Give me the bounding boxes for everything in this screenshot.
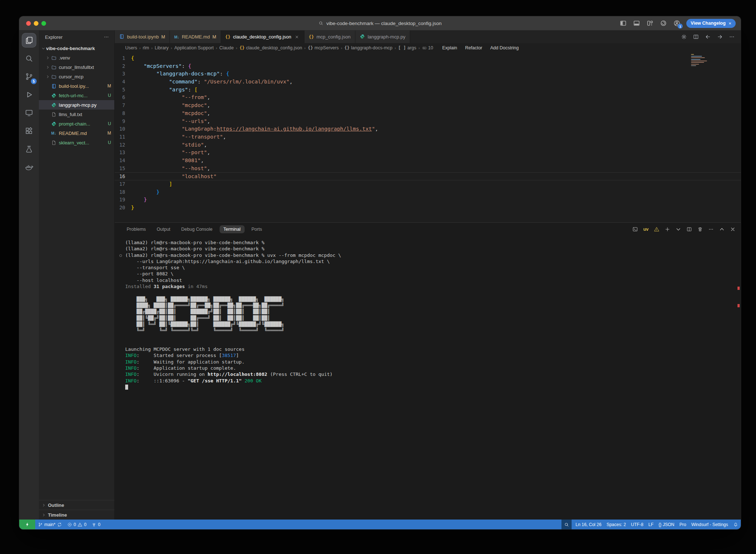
close-window-button[interactable]	[26, 21, 31, 26]
terminal-process-label[interactable]: uv	[643, 227, 649, 232]
notifications-bell-button[interactable]	[731, 520, 741, 529]
panel-header: ProblemsOutputDebug ConsoleTerminalPorts…	[115, 223, 741, 236]
statusbar-utf-8[interactable]: UTF-8	[629, 520, 646, 529]
account-button[interactable]: 1	[673, 19, 681, 27]
minimize-window-button[interactable]	[34, 21, 38, 26]
tree-item-cursor-llmsfulltxt[interactable]: cursor_llmsfulltxt	[39, 62, 114, 72]
breadcrumb-item-application-support[interactable]: Application Support	[174, 45, 213, 50]
breadcrumb-item-langgraph-docs-mcp[interactable]: {}langgraph-docs-mcp	[344, 45, 392, 50]
terminal[interactable]: (llama2) rlm@rs-macbook-pro vibe-code-be…	[115, 236, 741, 520]
statusbar-problems[interactable]: 00	[65, 520, 89, 529]
line-number: 1	[115, 54, 131, 62]
code-action-refactor[interactable]: Refactor	[465, 45, 482, 50]
tree-item-vibe-code-benchmark[interactable]: vibe-code-benchmark	[39, 44, 114, 53]
tree-item-label: cursor_mcp	[59, 74, 111, 79]
file-icon	[51, 140, 57, 145]
sidebar-section-timeline[interactable]: Timeline	[39, 510, 114, 520]
layout-grid-button[interactable]	[646, 19, 654, 27]
ellipsis-button[interactable]	[729, 34, 735, 40]
activity-source-control[interactable]: 5	[22, 70, 36, 83]
sidebar-section-label: Timeline	[48, 512, 67, 518]
breadcrumb-item-claude-desktop-config-json[interactable]: {}claude_desktop_config.json	[240, 45, 302, 50]
remote-indicator[interactable]	[19, 520, 35, 529]
trash-button[interactable]	[697, 226, 703, 232]
split-button[interactable]	[686, 226, 692, 232]
statusbar-text: {} JSON	[659, 522, 674, 527]
tree-item-langgraph-mcp-py[interactable]: langgraph-mcp.py	[39, 100, 114, 110]
activity-docker[interactable]	[22, 160, 36, 174]
tab-langgraph-mcp-py[interactable]: langgraph-mcp.py	[355, 30, 410, 43]
code-editor[interactable]: 1{2"mcpServers": {3"langgraph-docs-mcp":…	[115, 53, 741, 222]
close-button[interactable]	[730, 226, 736, 232]
notebook-icon	[119, 34, 124, 39]
panel-tab-terminal[interactable]: Terminal	[220, 225, 245, 233]
tab-mcp-config-json[interactable]: {}mcp_config.json	[305, 30, 355, 43]
activity-run-debug[interactable]	[22, 88, 36, 102]
statusbar-ports[interactable]: 0	[89, 520, 103, 529]
statusbar-branch[interactable]: main*	[35, 520, 65, 529]
record-button[interactable]	[659, 19, 667, 27]
arrow-right-button[interactable]	[717, 34, 723, 40]
statusbar-zoom-button[interactable]	[561, 520, 572, 529]
arrow-left-button[interactable]	[705, 34, 711, 40]
tree-item-sklearn-vect[interactable]: sklearn_vect...U	[39, 138, 114, 147]
tree-item-build-tool-ipy[interactable]: build-tool.ipy...M	[39, 81, 114, 91]
breadcrumb-separator: ›	[170, 46, 173, 50]
tree-item-llms-full-txt[interactable]: llms_full.txt	[39, 110, 114, 119]
tree-item-venv[interactable]: .venv	[39, 53, 114, 62]
split-button[interactable]	[693, 34, 699, 40]
window-title-search[interactable]: vibe-code-benchmark — claude_desktop_con…	[318, 21, 441, 26]
breadcrumb-item-10[interactable]: 10	[422, 45, 433, 50]
terminal-icon[interactable]	[632, 226, 638, 232]
statusbar-lf[interactable]: LF	[646, 520, 656, 529]
gear-button[interactable]	[681, 34, 687, 40]
chevron-down-button[interactable]	[675, 226, 681, 232]
breadcrumb-item-args[interactable]: [ ]args	[398, 45, 416, 50]
record-icon	[660, 20, 667, 27]
code-action-explain[interactable]: Explain	[442, 45, 457, 50]
tree-item-cursor-mcp[interactable]: cursor_mcp	[39, 72, 114, 81]
tree-item-fetch-url-mc[interactable]: fetch-url-mc...U	[39, 91, 114, 100]
breadcrumb-item-users[interactable]: Users	[125, 45, 137, 50]
breadcrumb-item-library[interactable]: Library	[155, 45, 168, 50]
panel-tab-ports[interactable]: Ports	[248, 225, 266, 233]
warning-icon[interactable]	[654, 226, 659, 232]
sidebar-section-outline[interactable]: Outline	[39, 500, 114, 510]
changelog-close-icon[interactable]: ×	[728, 21, 731, 26]
activity-remote[interactable]	[22, 106, 36, 120]
tree-item-prompt-chain[interactable]: prompt-chain...U	[39, 119, 114, 128]
view-changelog-button[interactable]: View Changelog ×	[686, 19, 736, 28]
maximize-window-button[interactable]	[41, 21, 46, 26]
chevron-up-button[interactable]	[719, 226, 725, 232]
breadcrumb-item-mcpservers[interactable]: {}mcpServers	[308, 45, 339, 50]
activity-search[interactable]	[22, 52, 36, 65]
statusbar-json[interactable]: {} JSON	[656, 520, 677, 529]
statusbar-pro[interactable]: Pro	[677, 520, 689, 529]
breadcrumb-item-claude[interactable]: Claude	[219, 45, 234, 50]
breadcrumb-item-rlm[interactable]: rlm	[143, 45, 149, 50]
tab-build-tool-ipynb[interactable]: build-tool.ipynbM	[115, 30, 170, 43]
layout-panel-button[interactable]	[633, 19, 641, 27]
statusbar-spaces-2[interactable]: Spaces: 2	[604, 520, 628, 529]
explorer-icon	[25, 36, 33, 45]
activity-testing[interactable]	[22, 142, 36, 156]
code-line-2: 2"mcpServers": {	[115, 62, 741, 70]
statusbar-ln-16-col-26[interactable]: Ln 16, Col 26	[573, 520, 604, 529]
tab-close-icon[interactable]	[294, 34, 300, 40]
tab-claude-desktop-config-json[interactable]: {}claude_desktop_config.json	[221, 30, 305, 43]
tree-item-readme-md[interactable]: M↓README.mdM	[39, 128, 114, 138]
tab-git-badge: M	[212, 34, 216, 40]
activity-explorer[interactable]	[22, 33, 36, 47]
ellipsis-button[interactable]	[708, 226, 714, 232]
statusbar-windsurf-settings[interactable]: Windsurf - Settings	[689, 520, 731, 529]
plus-button[interactable]	[665, 226, 670, 232]
minimap[interactable]	[691, 53, 712, 71]
panel-tab-problems[interactable]: Problems	[123, 225, 150, 233]
activity-extensions[interactable]	[22, 124, 36, 138]
layout-sidebar-button[interactable]	[619, 19, 627, 27]
tab-readme-md[interactable]: M↓README.mdM	[170, 30, 221, 43]
panel-tab-debug-console[interactable]: Debug Console	[177, 225, 216, 233]
code-action-add-docstring[interactable]: Add Docstring	[490, 45, 519, 50]
explorer-more-actions-icon[interactable]	[103, 34, 109, 40]
panel-tab-output[interactable]: Output	[153, 225, 175, 233]
